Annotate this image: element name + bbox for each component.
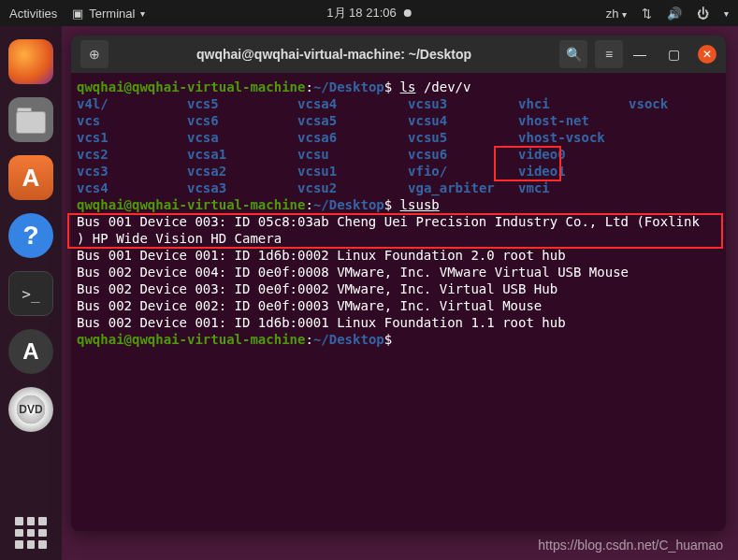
new-tab-button[interactable]: ⊕ [80, 40, 109, 68]
close-button[interactable]: ✕ [698, 45, 716, 64]
watermark-text: https://blog.csdn.net/C_huamao [538, 538, 723, 553]
titlebar: ⊕ qwqhai@qwqhai-virtual-machine: ~/Deskt… [71, 36, 726, 73]
maximize-button[interactable]: ▢ [664, 45, 683, 64]
gnome-topbar: Activities ▣ Terminal ▾ 1月 18 21:06 zh ▾… [0, 0, 738, 26]
search-button[interactable]: 🔍 [559, 40, 587, 68]
dock: A ? >_ A DVD [0, 26, 62, 560]
terminal-window: ⊕ qwqhai@qwqhai-virtual-machine: ~/Deskt… [71, 36, 726, 531]
minimize-button[interactable]: — [630, 45, 649, 64]
dock-files-icon[interactable] [8, 97, 53, 142]
dock-help-icon[interactable]: ? [8, 213, 53, 258]
dock-firefox-icon[interactable] [8, 39, 53, 84]
search-icon: 🔍 [566, 47, 582, 62]
dock-dvd-icon[interactable]: DVD [8, 387, 53, 432]
chevron-down-icon: ▾ [724, 8, 729, 19]
terminal-icon: ▣ [72, 7, 83, 21]
window-title: qwqhai@qwqhai-virtual-machine: ~/Desktop [116, 47, 552, 62]
tab-plus-icon: ⊕ [89, 47, 100, 62]
hamburger-menu-button[interactable]: ≡ [595, 40, 623, 68]
hamburger-icon: ≡ [605, 47, 613, 62]
app-menu[interactable]: ▣ Terminal ▾ [72, 7, 145, 21]
network-icon[interactable]: ⇅ [642, 7, 652, 21]
activities-button[interactable]: Activities [9, 7, 57, 21]
chevron-down-icon: ▾ [140, 8, 145, 19]
input-method-indicator[interactable]: zh ▾ [606, 7, 627, 21]
terminal-viewport[interactable]: qwqhai@qwqhai-virtual-machine:~/Desktop$… [71, 73, 726, 353]
notification-dot-icon [404, 9, 412, 17]
show-applications-button[interactable] [15, 517, 47, 549]
power-icon[interactable]: ⏻ [697, 7, 709, 21]
dock-updater-icon[interactable]: A [8, 329, 53, 374]
dock-software-icon[interactable]: A [8, 155, 53, 200]
dock-terminal-icon[interactable]: >_ [8, 271, 53, 316]
chevron-down-icon: ▾ [622, 9, 627, 20]
volume-icon[interactable]: 🔊 [667, 7, 682, 21]
clock[interactable]: 1月 18 21:06 [326, 5, 396, 22]
